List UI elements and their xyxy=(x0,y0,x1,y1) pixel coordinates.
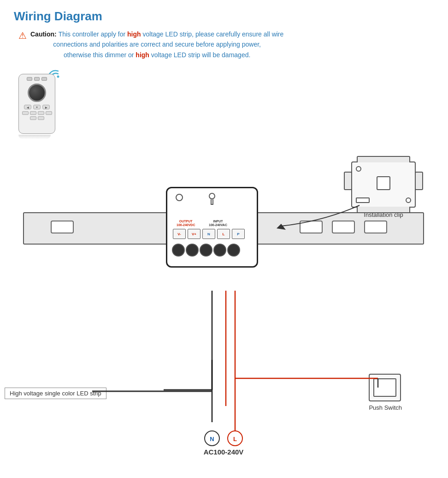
remote-btn-2 xyxy=(34,77,40,81)
terminal-v-minus: V- xyxy=(173,229,186,239)
svg-text:AC100-240V: AC100-240V xyxy=(204,448,244,456)
keyhole-stem xyxy=(211,199,213,205)
din-rail-slot-right2 xyxy=(332,221,355,233)
clip-center-hole xyxy=(377,176,390,190)
clip-slot xyxy=(356,197,370,203)
caution-body-3: otherwise this dimmer or high voltage LE… xyxy=(64,51,250,59)
terminal-l: L xyxy=(217,229,230,239)
push-switch-body xyxy=(369,374,401,401)
remote-top-buttons xyxy=(27,77,47,81)
svg-point-0 xyxy=(57,76,59,78)
keyhole-circle xyxy=(209,193,215,199)
connector-1 xyxy=(172,244,185,257)
clip-body xyxy=(351,161,416,208)
caution-text: Caution: This controller apply for high … xyxy=(30,29,283,60)
remote-body: ◀ ● ▶ xyxy=(18,74,55,134)
caution-body: This controller apply for high voltage L… xyxy=(59,30,284,38)
remote-bot-1 xyxy=(22,111,29,115)
page-title: Wiring Diagram xyxy=(14,9,434,24)
page-container: Wiring Diagram ⚠ Caution: This controlle… xyxy=(0,0,448,478)
clip-bottom-bar xyxy=(357,207,410,213)
remote-bot-3 xyxy=(38,111,44,115)
din-rail-slot-right1 xyxy=(300,221,323,233)
remote-dial xyxy=(28,84,46,102)
remote-ok-btn: ● xyxy=(33,105,41,109)
connector-2 xyxy=(186,244,199,257)
din-rail-slot-right3 xyxy=(364,221,387,233)
terminal-row: V- V+ N L P xyxy=(173,229,245,239)
remote-bot-6 xyxy=(38,116,44,120)
connector-4 xyxy=(213,244,226,257)
remote-btn-1 xyxy=(27,77,32,81)
remote-btn-3 xyxy=(41,77,47,81)
terminal-v-plus: V+ xyxy=(188,229,200,239)
terminal-p: P xyxy=(232,229,245,239)
connector-row xyxy=(172,244,240,257)
remote-bottom-buttons xyxy=(21,111,53,120)
push-switch-area: Push Switch xyxy=(369,374,402,411)
caution-label: Caution: xyxy=(30,30,59,38)
remote-bot-5 xyxy=(30,116,36,120)
clip-circle-br xyxy=(406,197,411,203)
remote-mid-buttons: ◀ ● ▶ xyxy=(24,105,50,109)
led-strip-label: High voltage single color LED strip xyxy=(10,390,101,397)
clip-top-bar xyxy=(357,156,410,162)
caution-body-2: connections and polarities are correct a… xyxy=(53,41,261,48)
output-label: OUTPUT100-240VDC xyxy=(177,220,195,227)
remote-right-btn: ▶ xyxy=(42,105,50,109)
controller-box: OUTPUT100-240VDC INPUT100-240VAC V- V+ N… xyxy=(166,187,258,268)
caution-high-1: high xyxy=(127,30,141,38)
remote-left-btn: ◀ xyxy=(24,105,31,109)
caution-high-2: high xyxy=(136,51,149,59)
input-label: INPUT100-240VAC xyxy=(209,220,227,227)
caution-icon: ⚠ xyxy=(18,30,27,41)
controller-circle xyxy=(176,194,183,201)
terminal-n: N xyxy=(202,229,215,239)
din-rail-slot-left xyxy=(51,221,74,233)
remote-bot-4 xyxy=(46,111,52,115)
remote-control: ◀ ● ▶ xyxy=(18,74,55,139)
svg-text:L: L xyxy=(233,436,237,442)
connector-3 xyxy=(200,244,212,257)
push-switch-inner xyxy=(373,378,396,397)
clip-left-ear xyxy=(344,172,352,190)
push-switch-label: Push Switch xyxy=(369,404,402,411)
caution-block: ⚠ Caution: This controller apply for hig… xyxy=(14,29,434,60)
led-strip-box: High voltage single color LED strip xyxy=(5,388,106,399)
svg-text:N: N xyxy=(210,436,214,442)
controller-keyhole xyxy=(207,193,217,206)
clip-right-ear xyxy=(415,172,423,190)
svg-point-12 xyxy=(228,431,242,446)
remote-reflection xyxy=(18,135,51,139)
svg-point-10 xyxy=(205,431,219,446)
clip-circle-tl xyxy=(356,166,361,172)
diagram-area: OUTPUT100-240VDC INPUT100-240VAC V- V+ N… xyxy=(0,161,448,475)
remote-bot-2 xyxy=(30,111,36,115)
installation-clip: Installation clip xyxy=(347,161,420,221)
connector-5 xyxy=(227,244,240,257)
